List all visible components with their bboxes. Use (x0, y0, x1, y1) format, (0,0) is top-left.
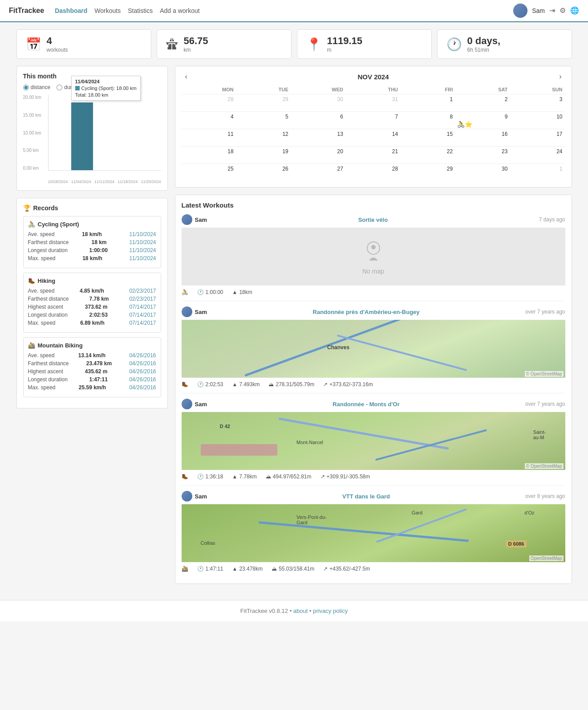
nav-workouts[interactable]: Workouts (94, 7, 121, 14)
workouts-value: 4 (47, 35, 68, 47)
stat-duration: 🕐 0 days, 6h 51min (437, 29, 572, 59)
latest-workouts-title: Latest Workouts (182, 201, 565, 209)
cal-cell: 30 (455, 164, 510, 181)
nav-add-workout[interactable]: Add a workout (160, 7, 200, 14)
calendar-week-3: 11 12 13 14 15 16 17 (182, 129, 565, 146)
clock-icon-2: 🕐 (197, 381, 204, 388)
settings-icon[interactable]: ⚙ (560, 6, 566, 15)
cal-cell: 13 (291, 129, 346, 146)
workout-age-3: over 7 years ago (525, 401, 565, 407)
cal-cell: 28 (182, 94, 236, 111)
calendar-grid: MON TUE WED THU FRI SAT SUN 28 29 30 31 (182, 85, 565, 181)
workout-title-1[interactable]: Sortie vélo (358, 216, 388, 223)
calendar-card: ‹ NOV 2024 › MON TUE WED THU FRI SAT SUN (175, 66, 572, 188)
road-icon-stat: ▲ (232, 289, 238, 295)
header-right: Sam ⇥ ⚙ 🌐 (513, 4, 579, 18)
user-avatar-1 (182, 214, 192, 225)
workout-title-3[interactable]: Randonnée - Monts d'Or (333, 401, 399, 408)
record-row: Farthest distance 7.78 km 02/23/2017 (28, 296, 156, 302)
language-icon[interactable]: 🌐 (570, 6, 579, 15)
cycling-header: 🚴 Cycling (Sport) (28, 221, 156, 228)
cal-cell-workout[interactable]: 9🚴⭐ (455, 112, 510, 129)
workout-header-2: Sam Randonnée près d'Ambérieu-en-Bugey o… (182, 306, 565, 317)
sport-icon-3: 🥾 (182, 473, 188, 480)
map-label-chanves: Chanves (327, 344, 349, 351)
cal-cell: 30 (291, 94, 346, 111)
distance-value: 56.75 (184, 35, 208, 47)
workout-card-2: Sam Randonnée près d'Ambérieu-en-Bugey o… (182, 306, 565, 393)
calendar-dow-headers: MON TUE WED THU FRI SAT SUN (182, 85, 565, 94)
clock-icon-4: 🕐 (197, 566, 204, 572)
footer-about-link[interactable]: about (293, 608, 308, 614)
calendar-month-title: NOV 2024 (191, 73, 556, 81)
cal-cell: 1 (401, 94, 455, 111)
cycling-label: Cycling (Sport) (38, 221, 79, 228)
distance-stat-3: ▲ 7.78km (232, 473, 257, 480)
record-row: Longest duration 1:00:00 11/10/2024 (28, 247, 156, 253)
chart-bar-1104[interactable]: 11/04/2024 Cycling (Sport): 18.00 km Tot… (71, 102, 93, 170)
cal-cell: 31 (346, 94, 401, 111)
distance-stat-2: ▲ 7.493km (232, 381, 260, 388)
tooltip-sport: Cycling (Sport): 18.00 km (75, 86, 137, 91)
cycling-records: 🚴 Cycling (Sport) Ave. speed 18 km/h 11/… (23, 216, 161, 268)
header: FitTrackee Dashboard Workouts Statistics… (0, 0, 588, 21)
workout-stats-3: 🥾 🕐 1:36:18 ▲ 7.78km ⛰ 494.97/652.81m ↗ … (182, 473, 565, 480)
record-row: Farthest distance 23.478 km 04/26/2016 (28, 360, 156, 367)
chart-y-axis: 20.00 km 15.00 km 10.00 km 5.00 km 0.00 … (23, 95, 46, 171)
stat-distance: 🛣 56.75 km (157, 29, 292, 59)
footer-brand: FitTrackee (240, 608, 268, 614)
mtb-label: Mountain Biking (38, 342, 83, 349)
map-copyright-4: OpenStreetMap (529, 555, 564, 561)
elevation-value: 1119.15 (327, 35, 363, 47)
cal-cell: 16 (455, 129, 510, 146)
workout-title-2[interactable]: Randonnée près d'Ambérieu-en-Bugey (313, 309, 420, 315)
nav-statistics[interactable]: Statistics (128, 7, 153, 14)
cal-cell: 27 (291, 164, 346, 181)
calendar-next[interactable]: › (556, 73, 565, 81)
workout-map-3: D 42 Mont-Narcel Saint-au-M © OpenStreet… (182, 412, 565, 470)
sport-icon-1: 🚴 (182, 289, 188, 295)
radio-distance[interactable]: distance (23, 84, 51, 90)
footer-privacy-link[interactable]: privacy policy (313, 608, 348, 614)
stat-workouts: 📅 4 workouts (16, 29, 151, 59)
nav-dashboard[interactable]: Dashboard (55, 7, 87, 14)
record-row: Highest ascent 435.62 m 04/26/2016 (28, 368, 156, 375)
svg-point-1 (371, 245, 376, 249)
mtb-icon: 🚵 (28, 342, 35, 349)
stat-elevation: 📍 1119.15 m (297, 29, 432, 59)
workout-card-4: Sam VTT dans le Gard over 8 years ago Ve… (182, 491, 565, 577)
user-avatar-2 (182, 306, 192, 317)
workout-card-1: Sam Sortie vélo 7 days ago No map (182, 214, 565, 301)
clock-icon: 🕐 (197, 289, 204, 295)
workout-header-3: Sam Randonnée - Monts d'Or over 7 years … (182, 399, 565, 409)
calendar-prev[interactable]: ‹ (182, 73, 191, 81)
records-card: 🏆 Records 🚴 Cycling (Sport) Ave. speed 1… (16, 198, 168, 408)
map-label-collias: Collias (201, 540, 215, 546)
cal-cell: 8 (401, 112, 455, 129)
hiking-header: 🥾 Hiking (28, 277, 156, 284)
workout-title-4[interactable]: VTT dans le Gard (342, 493, 390, 500)
avatar-img (513, 4, 527, 18)
arrow-icon-2: ↗ (323, 381, 328, 388)
mountain-icon-3: ⛰ (266, 473, 271, 480)
cal-cell: 22 (401, 147, 455, 163)
map-label-montnarcel: Mont-Narcel (296, 440, 323, 445)
record-row: Max. speed 25.59 km/h 04/26/2016 (28, 384, 156, 391)
chart-bars: 11/04/2024 Cycling (Sport): 18.00 km Tot… (48, 95, 161, 171)
workout-age-4: over 8 years ago (525, 493, 565, 499)
workout-user-3: Sam (182, 399, 207, 409)
cal-cell: 2 (455, 94, 510, 111)
logout-icon[interactable]: ⇥ (549, 6, 555, 15)
dist-icon-2: ▲ (232, 381, 238, 388)
map-label-d6086: D 6086 (506, 540, 527, 547)
avatar[interactable] (513, 4, 527, 18)
sport-icon-2: 🥾 (182, 381, 188, 388)
footer-sep1: • (290, 608, 292, 614)
distance-label: km (184, 47, 208, 53)
ascent-stat-3: ↗ +309.91/-305.58m (320, 473, 370, 480)
record-row: Max. speed 6.89 km/h 07/14/2017 (28, 320, 156, 326)
map-image-3: D 42 Mont-Narcel Saint-au-M (182, 412, 565, 470)
map-label-vers: Vers-Pont-du-Gard (296, 514, 327, 525)
cal-cell: 4 (182, 112, 236, 129)
ascent-stat-4: ↗ +435.62/-427.5m (323, 566, 370, 572)
